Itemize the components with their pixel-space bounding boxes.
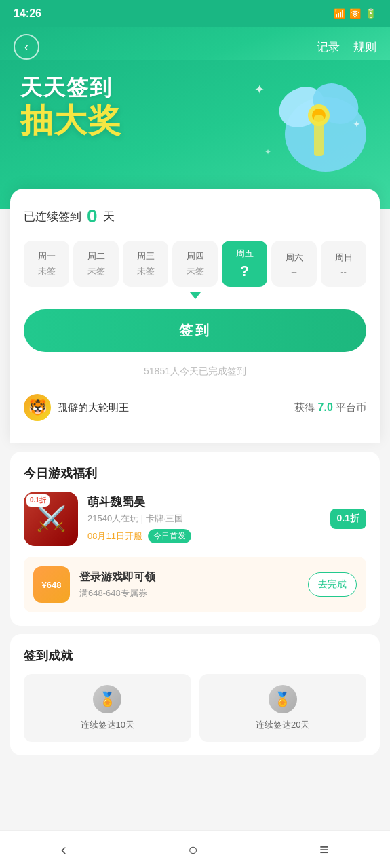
day-name: 周四 bbox=[187, 250, 204, 262]
game-icon-art: ⚔️ bbox=[36, 505, 66, 533]
day-name: 周三 bbox=[137, 250, 155, 262]
svg-rect-5 bbox=[314, 115, 324, 156]
svg-text:✦: ✦ bbox=[265, 147, 271, 157]
day-name: 周日 bbox=[335, 252, 353, 264]
status-bar: 14:26 📶 🛜 🔋 bbox=[0, 0, 390, 27]
discount-badge: 0.1折 bbox=[330, 509, 366, 529]
record-button[interactable]: 记录 bbox=[317, 39, 340, 55]
tag-new: 今日首发 bbox=[148, 529, 191, 543]
streak-number: 0 bbox=[87, 205, 98, 227]
reward-text: 获得 7.0 平台币 bbox=[294, 401, 366, 414]
user-info: 🐯 孤僻的大轮明王 bbox=[24, 394, 129, 421]
game-tags: 08月11日开服 今日首发 bbox=[87, 529, 321, 543]
game-details: 萌斗魏蜀吴 21540人在玩 | 卡牌·三国 08月11日开服 今日首发 bbox=[87, 494, 321, 543]
game-icon: 0.1折 ⚔️ bbox=[24, 492, 78, 546]
benefits-title: 今日游戏福利 bbox=[24, 465, 366, 481]
coupon-title: 登录游戏即可领 bbox=[79, 570, 298, 585]
coupon-row: ¥648 登录游戏即可领 满648-648专属券 去完成 bbox=[24, 557, 366, 612]
header-actions: 记录 规则 bbox=[317, 39, 376, 55]
wifi-icon: 🛜 bbox=[349, 8, 361, 19]
days-grid: 周一 未签 周二 未签 周三 未签 周四 未签 周五 ? 周六 -- 周日 -- bbox=[24, 241, 366, 287]
svg-text:✦: ✦ bbox=[353, 119, 361, 130]
game-name: 萌斗魏蜀吴 bbox=[87, 494, 321, 510]
active-day-indicator bbox=[24, 292, 366, 299]
achievement-item: 🏅 连续签达20天 bbox=[199, 674, 367, 742]
day-name: 周五 bbox=[236, 248, 254, 260]
streak-unit: 天 bbox=[103, 209, 115, 224]
achievement-icon: 🏅 bbox=[269, 685, 297, 713]
achievement-label: 连续签达10天 bbox=[81, 719, 134, 731]
header: ‹ 记录 规则 bbox=[0, 27, 390, 60]
day-item: 周日 -- bbox=[321, 241, 366, 287]
hero-banner: 天天签到 抽大奖 ✦ ✦ ✦ bbox=[0, 60, 390, 209]
day-status: 未签 bbox=[187, 265, 204, 277]
day-status: 未签 bbox=[87, 265, 105, 277]
streak-label: 已连续签到 bbox=[24, 209, 81, 224]
nav-home-button[interactable]: ○ bbox=[168, 835, 218, 865]
status-icons: 📶 🛜 🔋 bbox=[334, 8, 376, 19]
nav-menu-button[interactable]: ≡ bbox=[299, 835, 349, 865]
stats-divider: 51851人今天已完成签到 bbox=[24, 366, 366, 378]
game-meta: 21540人在玩 | 卡牌·三国 bbox=[87, 513, 321, 525]
coupon-icon: ¥648 bbox=[33, 566, 70, 603]
day-name: 周二 bbox=[87, 250, 105, 262]
complete-button[interactable]: 去完成 bbox=[308, 572, 357, 597]
achievements-grid: 🏅 连续签达10天 🏅 连续签达20天 bbox=[24, 674, 366, 742]
status-time: 14:26 bbox=[14, 7, 41, 20]
achievements-title: 签到成就 bbox=[24, 648, 366, 664]
stats-text: 51851人今天已完成签到 bbox=[144, 366, 246, 378]
day-item: 周一 未签 bbox=[24, 241, 69, 287]
day-item: 周四 未签 bbox=[172, 241, 218, 287]
streak-row: 已连续签到 0 天 bbox=[24, 205, 366, 227]
back-button[interactable]: ‹ bbox=[14, 34, 39, 60]
day-name: 周六 bbox=[286, 252, 303, 264]
day-name: 周一 bbox=[38, 250, 56, 262]
svg-text:✦: ✦ bbox=[254, 83, 265, 96]
day-status: 未签 bbox=[38, 265, 56, 277]
day-status: -- bbox=[291, 267, 297, 277]
main-card: 已连续签到 0 天 周一 未签 周二 未签 周三 未签 周四 未签 周五 ? 周… bbox=[10, 189, 380, 443]
coupon-details: 登录游戏即可领 满648-648专属券 bbox=[79, 570, 298, 599]
rules-button[interactable]: 规则 bbox=[353, 39, 376, 55]
achievement-item: 🏅 连续签达10天 bbox=[24, 674, 191, 742]
game-item[interactable]: 0.1折 ⚔️ 萌斗魏蜀吴 21540人在玩 | 卡牌·三国 08月11日开服 … bbox=[24, 492, 366, 546]
achievements-section: 签到成就 🏅 连续签达10天 🏅 连续签达20天 bbox=[10, 634, 380, 755]
today-benefits-section: 今日游戏福利 0.1折 ⚔️ 萌斗魏蜀吴 21540人在玩 | 卡牌·三国 08… bbox=[10, 452, 380, 626]
bottom-nav: ‹ ○ ≡ bbox=[0, 830, 390, 868]
user-reward-row: 🐯 孤僻的大轮明王 获得 7.0 平台币 bbox=[24, 389, 366, 427]
game-date: 08月11日开服 bbox=[87, 530, 142, 542]
day-item: 周二 未签 bbox=[73, 241, 119, 287]
day-status: 未签 bbox=[137, 265, 155, 277]
signal-icon: 📶 bbox=[334, 8, 345, 19]
day-status: -- bbox=[340, 267, 347, 277]
avatar: 🐯 bbox=[24, 394, 51, 421]
username: 孤僻的大轮明王 bbox=[58, 401, 129, 414]
battery-icon: 🔋 bbox=[365, 8, 376, 19]
achievement-label: 连续签达20天 bbox=[256, 719, 309, 731]
game-icon-badge: 0.1折 bbox=[26, 494, 50, 507]
day-status: ? bbox=[240, 262, 249, 280]
nav-back-button[interactable]: ‹ bbox=[41, 835, 87, 865]
hero-decoration: ✦ ✦ ✦ bbox=[244, 66, 373, 182]
day-item: 周三 未签 bbox=[123, 241, 168, 287]
signin-button[interactable]: 签到 bbox=[24, 309, 366, 352]
coupon-desc: 满648-648专属券 bbox=[79, 587, 298, 599]
reward-amount: 7.0 bbox=[318, 401, 333, 413]
day-item: 周五 ? bbox=[222, 241, 267, 287]
achievement-icon: 🏅 bbox=[93, 685, 121, 713]
day-item: 周六 -- bbox=[271, 241, 317, 287]
